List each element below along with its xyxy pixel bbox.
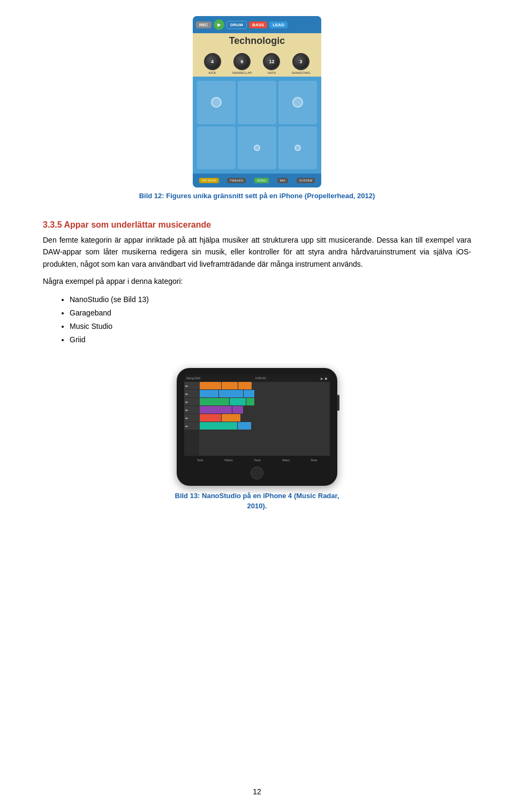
track-block (238, 382, 252, 389)
bass-button: BASS (249, 21, 267, 28)
track-label-2: ■■ (184, 390, 199, 397)
page-number: 12 (253, 787, 261, 796)
knob-label-4: SHAKETING (292, 71, 311, 74)
tweaks-button: TWEAKS (227, 178, 246, 183)
track-block (200, 422, 237, 430)
drum-pad-1 (197, 81, 236, 124)
knob-4: 3 (292, 53, 309, 70)
track-block (232, 406, 243, 413)
tool-select: Select (282, 458, 290, 462)
track-label-5: ■■ (184, 414, 199, 422)
tool-tools: Tools (197, 458, 203, 462)
track-label-6: ■■ (184, 422, 199, 430)
track-block (230, 398, 246, 405)
iphone4-screen: Song Drill 0:60:02 ▶ ⏹ ■■ ■■ ■■ ■■ ■■ ■■ (184, 374, 330, 464)
track-block (200, 406, 232, 413)
drum-pad-2 (238, 81, 276, 124)
figure-13-caption: Bild 13: NanoStudio på en iPhone 4 (Musi… (171, 491, 343, 510)
daw-tracks: ■■ ■■ ■■ ■■ ■■ ■■ (184, 382, 330, 456)
track-block (200, 390, 218, 397)
track-block (200, 382, 221, 389)
knob-label-3: HATS (268, 71, 276, 74)
drum-machine-title: Technologic (193, 33, 321, 49)
list-item: Griid (70, 333, 149, 347)
figure-13: Song Drill 0:60:02 ▶ ⏹ ■■ ■■ ■■ ■■ ■■ ■■ (43, 368, 471, 510)
tool-draw: Draw (311, 458, 317, 462)
track-row-4 (200, 406, 330, 413)
drum-pads-area (193, 77, 321, 174)
play-stop: ▶ ⏹ (321, 377, 328, 380)
track-block (200, 398, 229, 405)
track-label-4: ■■ (184, 406, 199, 413)
figure-12: REC ▶ DRUM BASS LEAD Technologic 4 KICK … (43, 16, 471, 200)
drum-bottom-bar: PATTERN TWEAKS SONG MIX SYSTEM (193, 174, 321, 187)
knob-label-2: SNARECLAP (232, 71, 252, 74)
system-button: SYSTEM (297, 178, 315, 183)
drum-pad-3 (278, 81, 317, 124)
drum-machine-image: REC ▶ DRUM BASS LEAD Technologic 4 KICK … (193, 16, 321, 187)
song-button: SONG (254, 178, 269, 183)
iphone4-mockup: Song Drill 0:60:02 ▶ ⏹ ■■ ■■ ■■ ■■ ■■ ■■ (177, 368, 337, 486)
drum-button: DRUM (226, 21, 247, 29)
screen-top-bar: Song Drill 0:60:02 ▶ ⏹ (184, 374, 330, 382)
drum-pad-6 (278, 126, 317, 170)
track-content (200, 382, 330, 456)
bullet-list: NanoStudio (se Bild 13) Garageband Music… (43, 293, 149, 347)
list-item: Garageband (70, 306, 149, 320)
song-name: Song Drill (186, 377, 200, 380)
screen-bottom-bar: Tools History Zoom Select Draw (184, 456, 330, 464)
knob-label-1: KICK (209, 71, 216, 74)
side-button (337, 395, 339, 411)
mix-button: MIX (277, 178, 289, 183)
home-button (251, 467, 263, 479)
track-labels: ■■ ■■ ■■ ■■ ■■ ■■ (184, 382, 199, 456)
knob-2: 6 (233, 53, 251, 70)
track-row-6 (200, 422, 330, 430)
play-button: ▶ (214, 19, 224, 30)
lead-button: LEAD (269, 21, 288, 28)
pattern-button: PATTERN (199, 178, 219, 183)
track-block (200, 414, 221, 422)
body-paragraph-1: Den femte kategorin är appar inriktade p… (43, 234, 471, 270)
track-row-1 (200, 382, 330, 389)
track-block (238, 422, 251, 430)
drum-pad-4 (197, 126, 236, 170)
track-row-3 (200, 398, 330, 405)
track-block (222, 414, 240, 422)
section-heading: 3.3.5 Appar som underlättar musicerande (43, 220, 211, 230)
knob-1: 4 (204, 53, 221, 70)
figure-12-caption: Bild 12: Figures unika gränsnitt sett på… (139, 192, 375, 200)
track-row-5 (200, 414, 330, 422)
time-display: 0:60:02 (255, 377, 266, 380)
track-row-2 (200, 390, 330, 397)
track-block (222, 382, 238, 389)
tool-history: History (224, 458, 233, 462)
track-block (244, 390, 254, 397)
track-label-3: ■■ (184, 398, 199, 405)
rec-button: REC (196, 21, 211, 28)
track-label-1: ■■ (184, 382, 199, 389)
list-intro: Några exempel på appar i denna kategori: (43, 275, 471, 287)
drum-pad-5 (238, 126, 276, 170)
list-item: NanoStudio (se Bild 13) (70, 293, 149, 306)
knob-3: 12 (263, 53, 280, 70)
list-item: Music Studio (70, 320, 149, 333)
track-block (219, 390, 243, 397)
drum-knobs-area: 4 KICK 6 SNARECLAP 12 HATS 3 SHAKETING (193, 49, 321, 77)
tool-zoom: Zoom (254, 458, 261, 462)
track-block (246, 398, 254, 405)
